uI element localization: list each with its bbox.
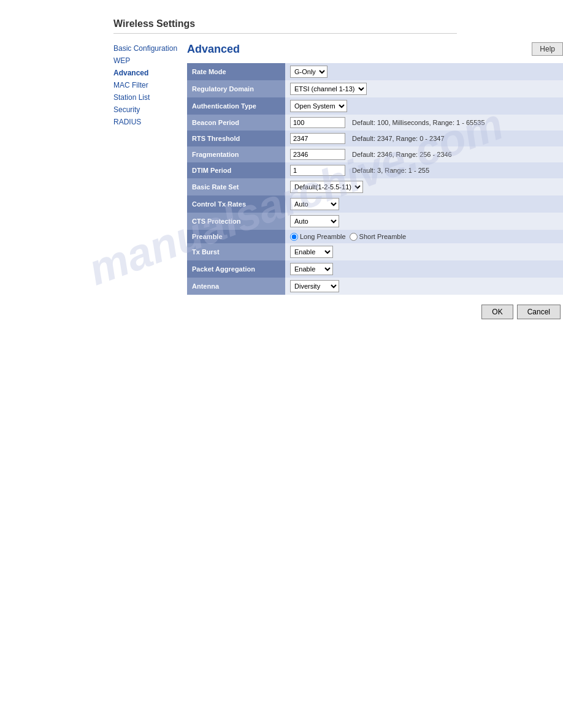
- select-cts-protection[interactable]: Auto Always None: [290, 215, 339, 227]
- main-layout: Basic Configuration WEP Advanced MAC Fil…: [113, 42, 563, 319]
- row-fragmentation: Fragmentation Default: 2346, Range: 256 …: [187, 146, 563, 162]
- nav-radius[interactable]: RADIUS: [113, 116, 187, 128]
- value-rts-threshold: Default: 2347, Range: 0 - 2347: [285, 131, 563, 146]
- row-tx-burst: Tx Burst Enable Disable: [187, 243, 563, 260]
- nav-mac-filter[interactable]: MAC Filter: [113, 79, 187, 91]
- radio-short-preamble-label[interactable]: Short Preamble: [350, 233, 406, 241]
- row-rate-mode: Rate Mode G-Only B-Only Mixed: [187, 63, 563, 80]
- label-control-tx-rates: Control Tx Rates: [187, 195, 285, 213]
- nav-wep[interactable]: WEP: [113, 55, 187, 67]
- label-dtim-period: DTIM Period: [187, 162, 285, 178]
- label-rts-threshold: RTS Threshold: [187, 131, 285, 146]
- value-auth-type: Open System Shared Key Auto: [285, 97, 563, 115]
- value-regulatory-domain: ETSI (channel 1-13) FCC (channel 1-11): [285, 80, 563, 97]
- row-cts-protection: CTS Protection Auto Always None: [187, 213, 563, 230]
- row-regulatory-domain: Regulatory Domain ETSI (channel 1-13) FC…: [187, 80, 563, 97]
- input-rts-threshold[interactable]: [290, 133, 345, 144]
- value-fragmentation: Default: 2346, Range: 256 - 2346: [285, 146, 563, 162]
- row-preamble: Preamble Long Preamble Short: [187, 230, 563, 243]
- page-title-section: Wireless Settings: [113, 18, 457, 34]
- help-button[interactable]: Help: [532, 42, 563, 56]
- section-title: Advanced: [187, 43, 240, 56]
- row-beacon-period: Beacon Period Default: 100, Milliseconds…: [187, 115, 563, 131]
- select-regulatory-domain[interactable]: ETSI (channel 1-13) FCC (channel 1-11): [290, 83, 367, 95]
- content-area: Wireless Settings Basic Configuration WE…: [0, 0, 563, 319]
- nav-advanced[interactable]: Advanced: [113, 67, 187, 79]
- label-packet-aggregation: Packet Aggregation: [187, 260, 285, 278]
- radio-short-preamble[interactable]: [350, 233, 358, 241]
- page-wrapper: manualsarchive.com Wireless Settings Bas…: [0, 0, 563, 728]
- row-auth-type: Authentication Type Open System Shared K…: [187, 97, 563, 115]
- select-tx-burst[interactable]: Enable Disable: [290, 246, 333, 258]
- preamble-radio-group: Long Preamble Short Preamble: [290, 233, 558, 241]
- hint-rts-threshold: Default: 2347, Range: 0 - 2347: [352, 135, 444, 142]
- radio-long-preamble-label[interactable]: Long Preamble: [290, 233, 346, 241]
- nav-security[interactable]: Security: [113, 104, 187, 116]
- long-preamble-text: Long Preamble: [300, 233, 346, 240]
- radio-long-preamble[interactable]: [290, 233, 298, 241]
- hint-fragmentation: Default: 2346, Range: 256 - 2346: [352, 151, 452, 158]
- value-tx-burst: Enable Disable: [285, 243, 563, 260]
- right-content: Advanced Help Rate Mode G-Only B-Only: [187, 42, 563, 319]
- input-dtim-period[interactable]: [290, 165, 345, 176]
- value-packet-aggregation: Enable Disable: [285, 260, 563, 278]
- select-packet-aggregation[interactable]: Enable Disable: [290, 263, 333, 275]
- select-auth-type[interactable]: Open System Shared Key Auto: [290, 100, 347, 112]
- row-basic-rate-set: Basic Rate Set Default(1-2-5.5-11) All 1…: [187, 178, 563, 195]
- settings-table: Rate Mode G-Only B-Only Mixed: [187, 63, 563, 295]
- short-preamble-text: Short Preamble: [359, 233, 406, 240]
- label-basic-rate-set: Basic Rate Set: [187, 178, 285, 195]
- value-beacon-period: Default: 100, Milliseconds, Range: 1 - 6…: [285, 115, 563, 131]
- label-rate-mode: Rate Mode: [187, 63, 285, 80]
- label-preamble: Preamble: [187, 230, 285, 243]
- value-dtim-period: Default: 3, Range: 1 - 255: [285, 162, 563, 178]
- label-tx-burst: Tx Burst: [187, 243, 285, 260]
- label-auth-type: Authentication Type: [187, 97, 285, 115]
- input-fragmentation[interactable]: [290, 149, 345, 160]
- section-header: Advanced Help: [187, 42, 563, 56]
- row-control-tx-rates: Control Tx Rates Auto 1 2 5.5 11: [187, 195, 563, 213]
- value-control-tx-rates: Auto 1 2 5.5 11: [285, 195, 563, 213]
- value-rate-mode: G-Only B-Only Mixed: [285, 63, 563, 80]
- cancel-button[interactable]: Cancel: [517, 305, 561, 319]
- row-dtim-period: DTIM Period Default: 3, Range: 1 - 255: [187, 162, 563, 178]
- row-packet-aggregation: Packet Aggregation Enable Disable: [187, 260, 563, 278]
- select-basic-rate-set[interactable]: Default(1-2-5.5-11) All 1-2: [290, 181, 363, 193]
- footer-buttons: OK Cancel: [187, 305, 563, 319]
- value-basic-rate-set: Default(1-2-5.5-11) All 1-2: [285, 178, 563, 195]
- left-nav: Basic Configuration WEP Advanced MAC Fil…: [113, 42, 187, 319]
- input-beacon-period[interactable]: [290, 117, 345, 128]
- label-beacon-period: Beacon Period: [187, 115, 285, 131]
- label-antenna: Antenna: [187, 278, 285, 295]
- page-title: Wireless Settings: [113, 18, 195, 29]
- nav-basic-config[interactable]: Basic Configuration: [113, 42, 187, 55]
- value-cts-protection: Auto Always None: [285, 213, 563, 230]
- ok-button[interactable]: OK: [481, 305, 513, 319]
- hint-beacon-period: Default: 100, Milliseconds, Range: 1 - 6…: [352, 119, 484, 126]
- hint-dtim-period: Default: 3, Range: 1 - 255: [352, 167, 429, 174]
- select-control-tx-rates[interactable]: Auto 1 2 5.5 11: [290, 198, 339, 210]
- label-cts-protection: CTS Protection: [187, 213, 285, 230]
- label-fragmentation: Fragmentation: [187, 146, 285, 162]
- select-rate-mode[interactable]: G-Only B-Only Mixed: [290, 66, 327, 78]
- row-antenna: Antenna Diversity Left Right: [187, 278, 563, 295]
- label-regulatory-domain: Regulatory Domain: [187, 80, 285, 97]
- value-antenna: Diversity Left Right: [285, 278, 563, 295]
- value-preamble: Long Preamble Short Preamble: [285, 230, 563, 243]
- nav-station-list[interactable]: Station List: [113, 91, 187, 104]
- row-rts-threshold: RTS Threshold Default: 2347, Range: 0 - …: [187, 131, 563, 146]
- select-antenna[interactable]: Diversity Left Right: [290, 280, 339, 292]
